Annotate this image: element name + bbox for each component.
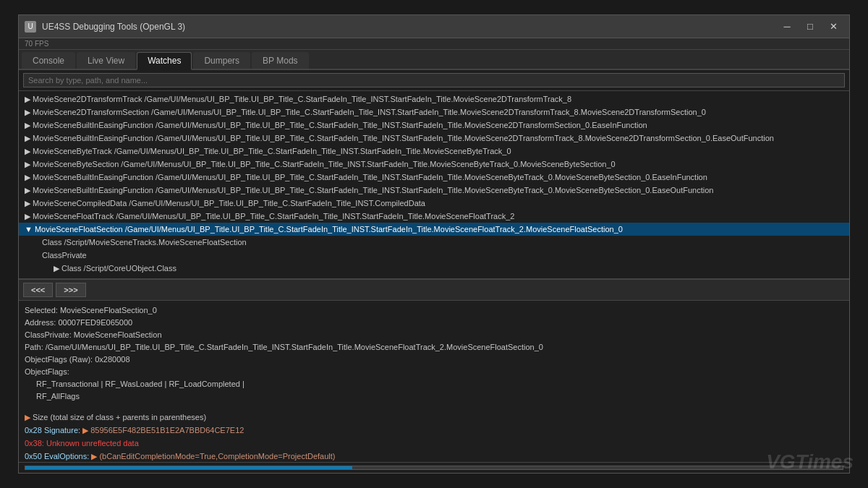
next-button[interactable]: >>>: [56, 283, 85, 297]
tab-live-view[interactable]: Live View: [77, 52, 135, 69]
tree-item[interactable]: ▶ MovieScene2DTransformSection /Game/UI/…: [19, 106, 849, 119]
window-title: UE4SS Debugging Tools (OpenGL 3): [42, 22, 777, 32]
bottom-item[interactable]: ▶ Size (total size of class + parents in…: [19, 411, 849, 424]
tree-item[interactable]: ▶ MovieSceneBuiltInEasingFunction /Game/…: [19, 132, 849, 145]
tree-item[interactable]: ClassPrivate: [19, 249, 849, 262]
selected-line: Selected: MovieSceneFloatSection_0: [25, 304, 843, 316]
bottom-item[interactable]: 0x50 EvalOptions: ▶ (bCanEditCompletionM…: [19, 450, 849, 462]
progress-bar: [25, 466, 843, 470]
progress-fill: [25, 466, 352, 469]
main-content: ▶ MovieScene2DTransformTrack /Game/UI/Me…: [19, 70, 849, 473]
path-line: Path: /Game/UI/Menus/UI_BP_Title.UI_BP_T…: [25, 341, 843, 353]
top-section: ▶ MovieScene2DTransformTrack /Game/UI/Me…: [19, 91, 849, 279]
tab-bar: Console Live View Watches Dumpers BP Mod…: [19, 50, 849, 70]
tree-item[interactable]: ▶ Class /Script/CoreUObject.Class: [19, 262, 849, 275]
search-bar: [19, 70, 849, 91]
tab-watches[interactable]: Watches: [137, 52, 192, 70]
class-private-line: ClassPrivate: MovieSceneFloatSection: [25, 329, 843, 341]
flag2-line: RF_AllFlags: [25, 390, 843, 402]
tree-item[interactable]: ▶ MovieSceneBuiltInEasingFunction /Game/…: [19, 184, 849, 197]
maximize-button[interactable]: □: [800, 19, 820, 35]
object-flags-raw-line: ObjectFlags (Raw): 0x280008: [25, 354, 843, 365]
address-line: Address: 00007FED9E065000: [25, 317, 843, 328]
close-button[interactable]: ✕: [823, 19, 843, 35]
bottom-item[interactable]: 0x38: Unknown unreflected data: [19, 437, 849, 450]
bottom-tree[interactable]: ▶ Size (total size of class + parents in…: [19, 409, 849, 462]
window-controls: ─ □ ✕: [777, 19, 843, 35]
object-flags-label: ObjectFlags:: [25, 366, 843, 377]
prev-button[interactable]: <<<: [23, 283, 53, 297]
fps-bar: 70 FPS: [19, 38, 849, 50]
detail-area: Selected: MovieSceneFloatSection_0 Addre…: [19, 301, 849, 409]
tree-item[interactable]: Class /Script/MovieSceneTracks.MovieScen…: [19, 236, 849, 249]
tree-area[interactable]: ▶ MovieScene2DTransformTrack /Game/UI/Me…: [19, 91, 849, 278]
tree-item[interactable]: ▶ MovieSceneCompiledData /Game/UI/Menus/…: [19, 197, 849, 210]
title-bar: U UE4SS Debugging Tools (OpenGL 3) ─ □ ✕: [19, 15, 849, 38]
progress-bar-container: [19, 462, 849, 473]
main-window: U UE4SS Debugging Tools (OpenGL 3) ─ □ ✕…: [18, 14, 850, 474]
tree-item[interactable]: SuperStruct: [19, 275, 849, 278]
bottom-item[interactable]: 0x28 Signature: ▶ 85956E5F482BE51B1E2A7B…: [19, 424, 849, 437]
tree-item[interactable]: ▶ MovieSceneBuiltInEasingFunction /Game/…: [19, 171, 849, 184]
tab-bp-mods[interactable]: BP Mods: [252, 52, 308, 69]
tree-item[interactable]: ▼ MovieSceneFloatSection /Game/UI/Menus/…: [19, 223, 849, 236]
minimize-button[interactable]: ─: [777, 19, 797, 35]
app-icon: U: [25, 21, 36, 33]
nav-buttons: <<< >>>: [19, 279, 849, 301]
fps-counter: 70 FPS: [25, 40, 48, 48]
tree-item[interactable]: ▶ MovieSceneBuiltInEasingFunction /Game/…: [19, 119, 849, 132]
tab-dumpers[interactable]: Dumpers: [193, 52, 250, 69]
tree-item[interactable]: ▶ MovieSceneByteTrack /Game/UI/Menus/UI_…: [19, 145, 849, 158]
tree-item[interactable]: ▶ MovieSceneByteSection /Game/UI/Menus/U…: [19, 158, 849, 171]
tree-item[interactable]: ▶ MovieSceneFloatTrack /Game/UI/Menus/UI…: [19, 210, 849, 223]
tree-item[interactable]: ▶ MovieScene2DTransformTrack /Game/UI/Me…: [19, 93, 849, 106]
flag1-line: RF_Transactional | RF_WasLoaded | RF_Loa…: [25, 378, 843, 390]
bottom-section: ▶ Size (total size of class + parents in…: [19, 409, 849, 473]
search-input[interactable]: [23, 73, 845, 87]
tab-console[interactable]: Console: [22, 52, 75, 69]
